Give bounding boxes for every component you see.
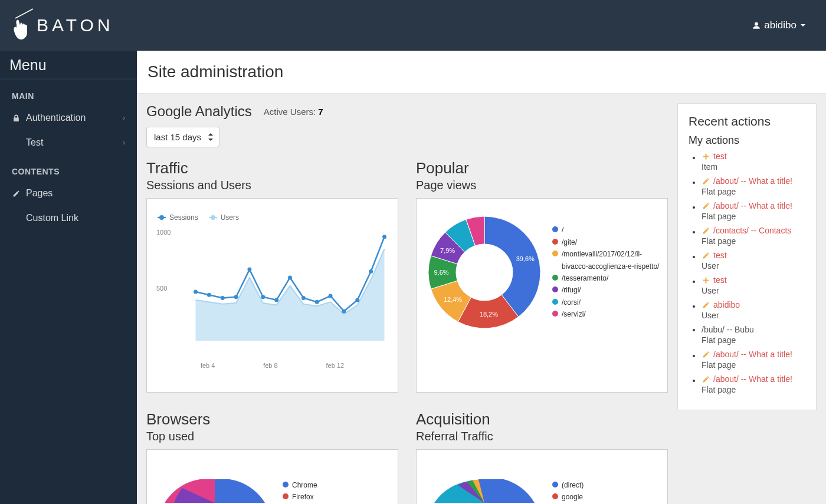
ytick: 1000 [156,229,171,236]
popular-title: Popular [416,159,668,177]
ga-title: Google Analytics [146,103,252,120]
action-link[interactable]: abidibo [702,300,805,309]
action-sublabel: Flat page [702,385,805,394]
recent-action-item: /about/ -- What a title!Flat page [702,201,805,221]
sidebar-item-label: Custom Link [26,213,78,223]
svg-point-1 [755,22,758,26]
xtick: feb 8 [263,362,277,369]
chevron-right-icon: › [123,114,125,122]
popular-chart: 39,6%18,2%12,4%9,6%7,9% //gite//montieva… [416,198,668,393]
legend-item[interactable]: Chrome [283,479,317,491]
legend-item[interactable]: /servizi/ [552,308,661,320]
action-link[interactable]: /about/ -- What a title! [702,350,805,359]
user-menu[interactable]: abidibo [752,19,806,31]
action-link[interactable]: /about/ -- What a title! [702,176,805,186]
legend-item[interactable]: google [552,491,584,503]
legend-item[interactable]: /corsi/ [552,297,661,308]
popular-block: Popular Page views 39,6%18,2%12,4%9,6%7,… [416,159,668,393]
blank-icon [12,139,20,147]
swatch-icon [552,482,558,487]
action-link[interactable]: test [702,275,805,285]
brand-logo[interactable]: BATON [11,8,114,43]
swatch-icon [552,226,558,232]
main-content: Site administration Google Analytics Act… [137,51,826,504]
pencil-icon [702,301,710,309]
sidebar-title: Menu [0,51,137,80]
slice-label: 9,6% [434,269,449,276]
recent-action-item: /about/ -- What a title!Flat page [702,350,805,370]
recent-action-item: testUser [702,275,805,295]
action-sublabel: Item [702,162,805,172]
action-sublabel: User [702,311,805,320]
caret-down-icon [800,22,806,28]
legend-item[interactable]: /gite/ [552,236,661,248]
action-link[interactable]: /contacts/ -- Contacts [702,226,805,235]
browsers-title: Browsers [146,410,398,429]
recent-action-item: testItem [702,151,805,172]
traffic-block: Traffic Sessions and Users SessionsUsers… [146,159,398,393]
action-link[interactable]: /about/ -- What a title! [702,201,805,210]
legend-item[interactable]: (direct) [552,479,584,491]
popular-subtitle: Page views [416,179,668,192]
swatch-icon [552,286,558,292]
legend-item[interactable]: /montievalli/2017/02/12/il-bivacco-accog… [552,248,661,272]
legend-item[interactable]: / [552,224,661,236]
svg-line-0 [15,9,33,18]
page-header: Site administration [137,51,826,94]
recent-action-item: /bubu/ -- BubuFlat page [702,325,805,345]
blank-icon [12,214,20,222]
legend-item[interactable]: /rifugi/ [552,284,661,296]
slice-label: 18,2% [480,311,498,318]
legend-item[interactable]: Users [209,213,239,222]
user-icon [752,21,761,29]
date-range-select[interactable]: last 15 days [146,127,219,147]
sidebar: Menu MAINAuthentication›Test›CONTENTSPag… [0,51,137,504]
action-link[interactable]: test [702,151,805,161]
sidebar-item-pages[interactable]: Pages [0,181,137,206]
username: abidibo [764,19,796,31]
xtick: feb 12 [326,362,344,369]
slice-label: 39,6% [516,255,535,262]
dashboard: Google Analytics Active Users: 7 last 15… [146,103,668,504]
recent-title: Recent actions [689,114,805,129]
marker-icon [209,215,217,220]
action-sublabel: Flat page [702,360,805,370]
acquisition-title: Acquisition [416,410,668,429]
action-sublabel: User [702,261,805,271]
svg-point-16 [382,235,386,239]
svg-point-8 [274,298,278,302]
sidebar-item-label: Test [26,137,43,148]
legend-item[interactable]: /tesseramento/ [552,272,661,284]
sidebar-section-header: CONTENTS [0,155,137,181]
recent-action-item: /about/ -- What a title!Flat page [702,374,805,394]
svg-point-10 [301,296,306,300]
xtick: feb 4 [201,362,215,369]
sidebar-item-test[interactable]: Test› [0,130,137,155]
pencil-icon [702,226,710,235]
swatch-icon [552,251,558,256]
action-link: /bubu/ -- Bubu [702,325,805,334]
action-sublabel: Flat page [702,212,805,221]
recent-subtitle: My actions [689,134,805,147]
lock-icon [12,114,20,122]
traffic-subtitle: Sessions and Users [146,179,398,192]
chevron-right-icon: › [123,139,125,147]
plus-icon [702,152,710,160]
swatch-icon [552,493,558,499]
action-link[interactable]: test [702,251,805,260]
sidebar-item-label: Pages [26,188,53,199]
svg-point-11 [315,300,319,304]
sidebar-item-label: Authentication [26,113,86,123]
brand-text: BATON [37,15,114,35]
svg-point-9 [288,275,292,279]
sidebar-item-custom-link[interactable]: Custom Link [0,206,137,230]
svg-point-7 [261,295,265,299]
svg-point-15 [369,269,373,274]
legend-item[interactable]: Firefox [283,491,317,503]
action-link[interactable]: /about/ -- What a title! [702,374,805,384]
swatch-icon [552,299,558,305]
slice-label: 12,4% [444,296,462,303]
sidebar-item-authentication[interactable]: Authentication› [0,106,137,130]
pencil-icon [702,375,710,383]
legend-item[interactable]: Sessions [158,213,198,222]
